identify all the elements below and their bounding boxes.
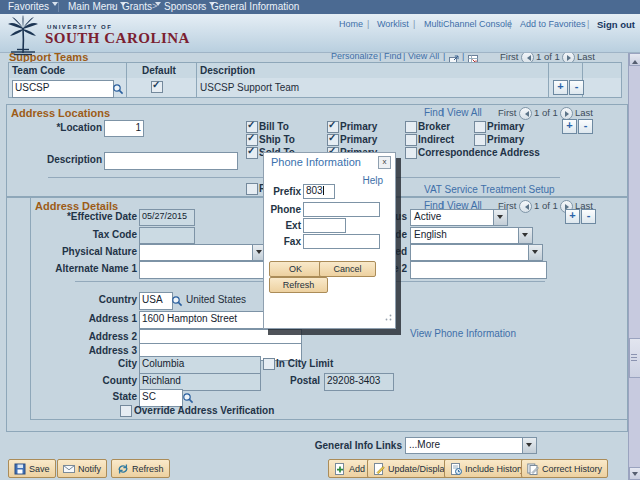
dropdown-arrow-icon[interactable] — [493, 210, 507, 225]
where-performed-dropdown[interactable] — [410, 244, 543, 261]
previous-page-icon[interactable] — [519, 200, 532, 213]
indirect-primary-checkbox[interactable] — [474, 134, 486, 146]
city-field[interactable]: Columbia — [139, 356, 261, 374]
add-row-button[interactable]: + — [565, 209, 580, 224]
breadcrumb-separator: > — [199, 1, 204, 11]
breadcrumb-main-menu[interactable]: Main Menu — [68, 1, 126, 12]
correspondence-address-label: Correspondence Address — [418, 147, 540, 158]
fax-input[interactable] — [303, 234, 380, 249]
in-city-limit-checkbox[interactable] — [263, 358, 275, 370]
add-to-favorites-link[interactable]: Add to Favorites — [520, 19, 586, 29]
breadcrumb-divider — [58, 2, 59, 12]
lookup-magnifier-icon[interactable] — [112, 81, 124, 99]
add-row-button[interactable]: + — [553, 80, 568, 95]
worklist-link[interactable]: Worklist — [377, 19, 409, 29]
indirect-checkbox[interactable] — [405, 134, 417, 146]
delete-row-button[interactable]: - — [578, 119, 593, 134]
add-row-button[interactable]: + — [562, 119, 577, 134]
phone-information-dialog: Phone Information x Help Prefix 803 Phon… — [263, 152, 396, 329]
last-label[interactable]: Last — [575, 107, 593, 118]
find-link[interactable]: Find — [424, 107, 443, 118]
row-range-label: 1 of 1 — [534, 107, 558, 118]
vertical-scrollbar[interactable] — [628, 52, 640, 480]
correspondence-address-checkbox[interactable] — [405, 147, 417, 159]
broker-primary-checkbox[interactable] — [474, 121, 486, 133]
broker-checkbox[interactable] — [405, 121, 417, 133]
ok-button[interactable]: OK — [269, 261, 322, 277]
home-link[interactable]: Home — [339, 19, 363, 29]
tax-code-field — [139, 227, 195, 244]
correct-history-button[interactable]: Correct History — [521, 459, 608, 478]
location-input[interactable]: 1 — [104, 120, 144, 137]
scrollbar-thumb[interactable] — [629, 338, 640, 378]
row-range-label: 1 of 1 — [534, 200, 558, 211]
general-info-links-dropdown[interactable]: ...More — [405, 437, 537, 454]
breadcrumb-favorites-label: Favorites — [8, 1, 49, 12]
peoplesoft-general-information-page: Favorites Main Menu > Grants > Sponsors … — [0, 0, 640, 480]
sign-out-link[interactable]: Sign out — [597, 19, 635, 30]
arrow-down-icon — [632, 472, 638, 479]
header-separator: | — [413, 19, 415, 29]
dropdown-arrow-icon[interactable] — [528, 245, 542, 260]
floppy-disk-icon — [14, 463, 26, 475]
breadcrumb-separator: > — [152, 1, 157, 11]
breadcrumb-sponsors[interactable]: Sponsors — [164, 1, 215, 12]
vat-service-treatment-setup-link[interactable]: VAT Service Treatment Setup — [424, 184, 555, 195]
close-icon[interactable]: x — [378, 156, 391, 169]
first-label[interactable]: First — [498, 107, 516, 118]
resize-grip-icon[interactable] — [385, 307, 392, 325]
language-code-dropdown[interactable]: English — [410, 227, 533, 244]
cancel-button[interactable]: Cancel — [319, 261, 376, 277]
view-all-link[interactable]: View All — [447, 107, 482, 118]
multichannel-console-link[interactable]: MultiChannel Console — [424, 19, 512, 29]
physical-nature-dropdown[interactable] — [139, 244, 267, 261]
country-input[interactable]: USA — [139, 292, 173, 310]
postal-field[interactable]: 29208-3403 — [324, 373, 394, 391]
modal-refresh-button[interactable]: Refresh — [269, 277, 328, 293]
save-button[interactable]: Save — [8, 459, 56, 478]
breadcrumb: Favorites Main Menu > Grants > Sponsors … — [0, 0, 640, 15]
help-link[interactable]: Help — [362, 175, 383, 186]
override-address-verification-checkbox[interactable] — [120, 405, 132, 417]
ext-input[interactable] — [303, 218, 346, 233]
indirect-label: Indirect — [418, 134, 454, 145]
override-address-verification-label: Override Address Verification — [134, 405, 274, 416]
delete-row-button[interactable]: - — [569, 80, 584, 95]
lookup-magnifier-icon[interactable] — [171, 293, 183, 311]
ship-primary-label: Primary — [340, 134, 377, 145]
prefix-value: 803 — [306, 185, 323, 196]
alternate-name2-input[interactable] — [410, 261, 547, 279]
location-label: *Location — [30, 122, 102, 133]
status-value: Active — [414, 211, 441, 222]
breadcrumb-separator: > — [110, 1, 115, 11]
prefix-input[interactable]: 803 — [303, 184, 335, 199]
update-display-button[interactable]: Update/Display — [367, 459, 455, 478]
status-dropdown[interactable]: Active — [410, 209, 508, 226]
refresh-button[interactable]: Refresh — [111, 459, 170, 478]
previous-page-icon[interactable] — [519, 107, 532, 120]
dropdown-arrow-icon[interactable] — [522, 438, 536, 453]
add-button[interactable]: Add — [328, 459, 371, 478]
south-carolina-wordmark: SOUTH CAROLINA — [45, 30, 190, 47]
alternate-name1-label: Alternate Name 1 — [20, 263, 137, 274]
column-divider — [126, 62, 127, 97]
broker-primary-label: Primary — [487, 121, 524, 132]
default-checkbox[interactable] — [151, 81, 163, 93]
tax-code-label: Tax Code — [40, 229, 137, 240]
phone-input[interactable] — [303, 202, 380, 217]
view-phone-information-link[interactable]: View Phone Information — [410, 328, 516, 339]
dropdown-arrow-icon[interactable] — [518, 228, 532, 243]
save-button-label: Save — [29, 464, 50, 474]
breadcrumb-favorites-menu[interactable]: Favorites — [8, 1, 58, 12]
scroll-up-button[interactable] — [629, 53, 640, 66]
notify-button[interactable]: Notify — [57, 459, 107, 478]
description-input[interactable] — [104, 152, 238, 170]
remit-to-checkbox[interactable] — [246, 183, 258, 195]
sold-to-checkbox[interactable] — [246, 147, 258, 159]
column-header-team-code: Team Code — [12, 65, 65, 76]
scroll-down-button[interactable] — [629, 467, 640, 480]
toolbar-separator: | — [442, 107, 444, 117]
team-code-input[interactable]: USCSP — [12, 80, 114, 98]
delete-row-button[interactable]: - — [581, 209, 596, 224]
include-history-button[interactable]: Include History — [444, 459, 531, 478]
